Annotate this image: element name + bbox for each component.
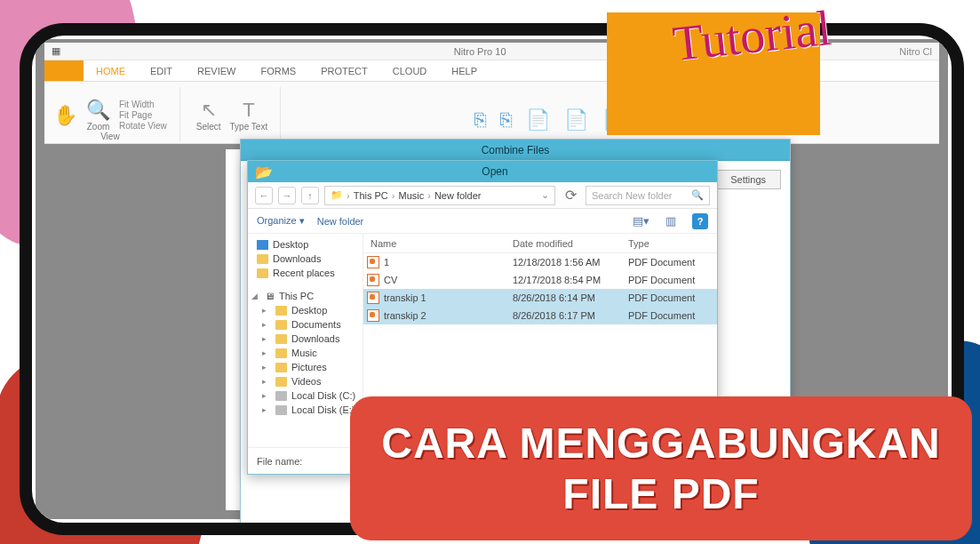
pdf-file-icon	[367, 292, 379, 304]
convert-icon-1[interactable]: ⎘	[474, 108, 486, 132]
folder-icon: 📁	[331, 189, 343, 201]
convert-icon-2[interactable]: ⎘	[500, 108, 512, 132]
tab-home[interactable]: HOME	[84, 60, 138, 81]
ribbon-group-view-label: View	[100, 132, 120, 141]
file-list-header: Name Date modified Type	[363, 234, 717, 253]
tree-pc-pictures[interactable]: ▸Pictures	[248, 360, 363, 374]
type-text-label: Type Text	[230, 122, 268, 132]
nav-back-button[interactable]: ←	[255, 187, 273, 204]
ribbon-group-view: ✋ 🔍 Zoom Fit Width Fit Page Rotate View …	[53, 87, 180, 141]
app-title-right: Nitro Cl	[899, 46, 932, 57]
zoom-icon[interactable]: 🔍	[86, 99, 110, 122]
col-type[interactable]: Type	[628, 238, 717, 249]
nav-up-button[interactable]: ↑	[301, 187, 319, 204]
caption-line2: FILE PDF	[562, 469, 759, 518]
convert-icon-3[interactable]: 📄	[526, 108, 550, 132]
search-input[interactable]: Search New folder 🔍	[586, 186, 710, 205]
caption-line1: CARA MENGGABUNGKAN	[381, 419, 941, 468]
tree-pc-disk-e[interactable]: ▸Local Disk (E:)	[248, 403, 363, 417]
search-placeholder: Search New folder	[592, 190, 673, 201]
tree-downloads[interactable]: Downloads	[248, 252, 363, 266]
tree-pc-videos[interactable]: ▸Videos	[248, 374, 363, 388]
zoom-label: Zoom	[87, 122, 110, 132]
col-date[interactable]: Date modified	[513, 238, 628, 249]
file-tab[interactable]	[44, 60, 84, 81]
breadcrumb-seg-0[interactable]: This PC	[354, 190, 388, 201]
fit-width-button[interactable]: Fit Width	[119, 100, 154, 109]
combine-files-title: Combine Files	[241, 140, 790, 161]
file-row[interactable]: transkip 28/26/2018 6:17 PMPDF Document	[363, 307, 717, 324]
decor-caption-box: CARA MENGGABUNGKAN FILE PDF	[350, 396, 972, 540]
ribbon-group-tools: ↖ Select T Type Text	[196, 87, 281, 141]
tree-recent[interactable]: Recent places	[248, 266, 363, 280]
organize-menu[interactable]: Organize ▾	[257, 215, 305, 227]
open-dialog-title: Open	[280, 165, 710, 178]
app-icon: ▦	[52, 45, 60, 57]
tab-review[interactable]: REVIEW	[185, 60, 248, 81]
pdf-file-icon	[367, 256, 379, 268]
breadcrumb-seg-2[interactable]: New folder	[434, 190, 482, 201]
hand-tool-icon[interactable]: ✋	[53, 104, 77, 127]
tree-pc-downloads[interactable]: ▸Downloads	[248, 332, 363, 346]
breadcrumb[interactable]: 📁 › This PC › Music › New folder ⌄	[324, 186, 555, 205]
search-icon: 🔍	[691, 189, 704, 201]
tree-pc-documents[interactable]: ▸Documents	[248, 317, 363, 332]
tree-pc-desktop[interactable]: ▸Desktop	[248, 303, 363, 317]
pdf-file-icon	[367, 274, 379, 286]
select-label: Select	[196, 122, 221, 132]
col-name[interactable]: Name	[363, 238, 513, 249]
tree-desktop[interactable]: Desktop	[248, 237, 363, 252]
preview-pane-button[interactable]: ▥	[662, 213, 680, 229]
tab-protect[interactable]: PROTECT	[308, 60, 380, 81]
new-folder-button[interactable]: New folder	[317, 216, 364, 227]
help-button[interactable]: ?	[692, 213, 708, 229]
tree-pc-disk-c[interactable]: ▸Local Disk (C:)	[248, 388, 363, 403]
file-row[interactable]: transkip 18/26/2018 6:14 PMPDF Document	[363, 289, 717, 307]
nav-forward-button[interactable]: →	[278, 187, 296, 204]
view-options-button[interactable]: ▤▾	[632, 213, 649, 229]
select-icon[interactable]: ↖	[201, 99, 217, 122]
tab-help[interactable]: HELP	[439, 60, 490, 81]
refresh-button[interactable]: ⟳	[561, 187, 580, 204]
pdf-file-icon	[367, 309, 379, 322]
settings-button[interactable]: Settings	[715, 170, 781, 189]
tab-cloud[interactable]: CLOUD	[380, 60, 440, 81]
open-dialog-icon: 📂	[255, 164, 273, 180]
type-text-icon[interactable]: T	[243, 99, 254, 122]
convert-icon-4[interactable]: 📄	[564, 108, 588, 132]
file-row[interactable]: CV12/17/2018 8:54 PMPDF Document	[363, 271, 717, 289]
chevron-down-icon[interactable]: ⌄	[541, 189, 549, 201]
nav-tree: Desktop Downloads Recent places ◢🖥 This …	[248, 234, 363, 447]
tab-edit[interactable]: EDIT	[138, 60, 185, 81]
tree-pc-music[interactable]: ▸Music	[248, 346, 363, 360]
rotate-view-button[interactable]: Rotate View	[119, 121, 167, 131]
tree-this-pc[interactable]: ◢🖥 This PC	[248, 289, 363, 303]
open-after-creation-checkbox[interactable]: ✓	[250, 524, 260, 534]
file-row[interactable]: 112/18/2018 1:56 AMPDF Document	[363, 253, 717, 271]
filename-label: File name:	[257, 456, 302, 467]
breadcrumb-seg-1[interactable]: Music	[398, 190, 424, 201]
fit-page-button[interactable]: Fit Page	[119, 110, 152, 120]
tab-forms[interactable]: FORMS	[248, 60, 308, 81]
